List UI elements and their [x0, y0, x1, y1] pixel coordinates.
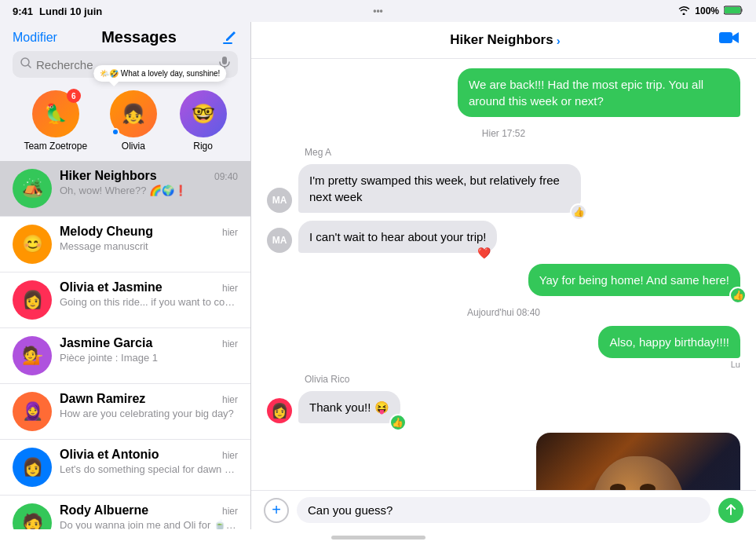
msg-avatar: MA: [267, 228, 292, 253]
messages-list-panel: Modifier Messages: [0, 22, 251, 529]
edit-button[interactable]: Modifier: [13, 31, 57, 45]
svg-line-5: [28, 65, 31, 68]
time: 9:41: [13, 5, 33, 17]
message-bubble: Also, happy birthday!!!!: [598, 326, 740, 358]
conv-preview: Message manuscrit: [60, 240, 238, 252]
pinned-name: Team Zoetrope: [24, 141, 87, 152]
messages-header: Modifier Messages: [0, 22, 250, 51]
conv-preview: Let's do something special for dawn at t…: [60, 463, 238, 475]
reaction-heart-icon: ❤️: [477, 247, 491, 259]
message-bubble: We are back!!! Had the most epic trip. Y…: [458, 68, 740, 117]
svg-rect-8: [719, 32, 732, 43]
messages-title: Messages: [101, 28, 177, 46]
chat-title-area[interactable]: Hiker Neighbors ›: [450, 32, 560, 48]
battery-icon: [724, 5, 743, 17]
group-name: Hiker Neighbors: [450, 32, 553, 48]
status-right: 100%: [677, 5, 743, 17]
message-row: [267, 433, 740, 490]
conversation-item-olivia-antonio[interactable]: 👩 Olivia et Antonio hier Let's do someth…: [0, 440, 250, 496]
home-bar: [331, 536, 425, 540]
chevron-right-icon: ›: [557, 34, 561, 47]
add-attachment-button[interactable]: +: [264, 498, 289, 523]
msg-avatar: 👩: [267, 398, 292, 423]
photo-placeholder: [536, 433, 740, 490]
read-receipt: Lu: [598, 360, 740, 369]
conv-name: Rody Albuerne: [60, 503, 148, 518]
reaction-thumbs-icon: 👍: [570, 203, 587, 221]
battery-percent: 100%: [695, 5, 719, 16]
conversation-item-hiker[interactable]: 🏕️ Hiker Neighbors 09:40 Oh, wow! Where?…: [0, 161, 250, 217]
conv-time: hier: [222, 227, 238, 238]
pinned-contact-rigo[interactable]: 🤓 Rigo: [180, 90, 227, 152]
message-bubble: I can't wait to hear about your trip!: [298, 221, 497, 253]
home-indicator: [0, 529, 756, 545]
conv-time: hier: [222, 394, 238, 405]
status-left: 9:41 Lundi 10 juin: [13, 5, 102, 17]
search-icon: [20, 57, 31, 71]
send-button[interactable]: [718, 498, 743, 523]
message-row: Also, happy birthday!!!! Lu: [267, 326, 740, 369]
conversation-item-melody[interactable]: 😊 Melody Cheung hier Message manuscrit: [0, 217, 250, 272]
video-call-button[interactable]: [718, 30, 740, 50]
pinned-name-olivia: Olivia: [122, 141, 145, 152]
reaction-thumbs-green-icon: 👍: [729, 287, 747, 304]
sender-label: Meg A: [267, 147, 740, 158]
status-bar: 9:41 Lundi 10 juin ••• 100%: [0, 0, 756, 22]
message-bubble: Thank you!! 😝: [298, 391, 400, 423]
conversation-item-rody[interactable]: 🧑 Rody Albuerne hier Do you wanna join m…: [0, 496, 250, 529]
conv-preview: Oh, wow! Where?? 🌈🌍❗️: [60, 185, 238, 196]
chat-header: Hiker Neighbors ›: [251, 22, 756, 59]
conv-preview: Pièce jointe : Image 1: [60, 352, 238, 364]
reaction-thumbs-green-icon: 👍: [389, 414, 407, 431]
input-bar: +: [251, 490, 756, 529]
message-row: We are back!!! Had the most epic trip. Y…: [267, 68, 740, 117]
app-container: Modifier Messages: [0, 22, 756, 529]
message-row: MA I can't wait to hear about your trip!…: [267, 221, 740, 253]
conv-time: hier: [222, 338, 238, 349]
conv-time: hier: [222, 450, 238, 461]
msg-avatar: MA: [267, 188, 292, 213]
pinned-contacts-row: 🦜 6 Team Zoetrope 🌤️🤣 What a lovely day,…: [0, 84, 250, 161]
svg-rect-2: [741, 9, 743, 12]
conv-time: 09:40: [214, 171, 238, 182]
conv-name: Dawn Ramirez: [60, 392, 145, 406]
conversation-item-dawn[interactable]: 🧕 Dawn Ramirez hier How are you celebrat…: [0, 384, 250, 440]
date: Lundi 10 juin: [39, 5, 102, 17]
wifi-icon: [677, 5, 690, 17]
conv-name: Jasmine Garcia: [60, 336, 152, 350]
pinned-contact-olivia[interactable]: 🌤️🤣 What a lovely day, sunshine! 👧 Olivi…: [110, 90, 157, 152]
conv-time: hier: [222, 283, 238, 294]
svg-rect-3: [223, 42, 232, 44]
message-row: 👩 Thank you!! 😝 👍: [267, 391, 740, 423]
time-label: Aujourd'hui 08:40: [267, 307, 740, 318]
conversation-list: 🏕️ Hiker Neighbors 09:40 Oh, wow! Where?…: [0, 161, 250, 529]
svg-rect-1: [725, 7, 740, 13]
unread-badge: 6: [67, 89, 81, 103]
sender-label: Olivia Rico: [267, 374, 740, 385]
message-input[interactable]: [297, 497, 710, 523]
conv-name: Hiker Neighbors: [60, 169, 157, 183]
photo-message: [536, 433, 740, 490]
chat-panel: Hiker Neighbors › We are back!!! Had the…: [251, 22, 756, 529]
blue-dot: [111, 128, 119, 136]
compose-button[interactable]: [221, 29, 238, 46]
message-row: MA I'm pretty swamped this week, but rel…: [267, 164, 740, 213]
messages-area: We are back!!! Had the most epic trip. Y…: [251, 59, 756, 490]
conv-preview: How are you celebrating your big day?: [60, 408, 238, 419]
message-bubble: I'm pretty swamped this week, but relati…: [298, 164, 581, 213]
pinned-name-rigo: Rigo: [193, 141, 213, 152]
photo-face: [591, 456, 685, 490]
svg-rect-6: [222, 57, 227, 64]
pinned-contact-team-zoetrope[interactable]: 🦜 6 Team Zoetrope: [24, 90, 87, 152]
time-label: Hier 17:52: [267, 128, 740, 139]
conv-name: Olivia et Jasmine: [60, 280, 163, 294]
bubble-popup: 🌤️🤣 What a lovely day, sunshine!: [93, 65, 226, 82]
conv-name: Olivia et Antonio: [60, 448, 159, 462]
conv-preview: Going on this ride... if you want to com…: [60, 296, 238, 308]
status-dots: •••: [373, 5, 383, 16]
conv-preview: Do you wanna join me and Oli for 🍵☕🔍 bre…: [60, 519, 238, 529]
conversation-item-jasmine[interactable]: 💁 Jasmine Garcia hier Pièce jointe : Ima…: [0, 328, 250, 384]
conversation-item-olivia-jasmine[interactable]: 👩 Olivia et Jasmine hier Going on this r…: [0, 272, 250, 328]
message-row: Yay for being home! And same here! 👍: [267, 264, 740, 296]
message-bubble: Yay for being home! And same here!: [528, 264, 740, 296]
